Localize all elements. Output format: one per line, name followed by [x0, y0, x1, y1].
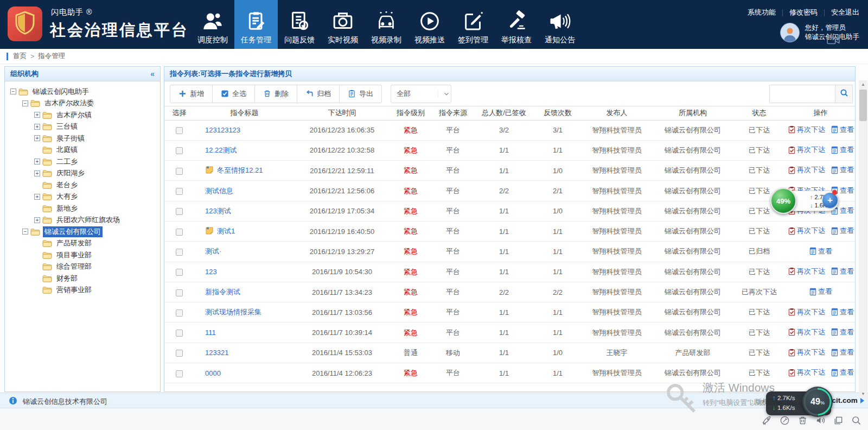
tree-node[interactable]: 营销事业部 — [5, 284, 160, 296]
tree-node[interactable]: 财务部 — [5, 273, 160, 284]
speed-ball[interactable]: 49% — [770, 188, 796, 214]
tree-node[interactable]: − 锦诚云创有限公司 — [5, 226, 160, 238]
nav-item-notice-announcement[interactable]: 通知公告 — [538, 0, 582, 49]
redeliver-action[interactable]: 再次下达 — [788, 125, 825, 135]
tree-node-label[interactable]: 财务部 — [55, 273, 79, 284]
tree-expander-plus-icon[interactable]: + — [34, 124, 40, 130]
instruction-title-link[interactable]: 测试信息 — [205, 187, 233, 195]
tree-node[interactable]: − 吉木萨尔政法委 — [5, 98, 160, 110]
tree-node-label[interactable]: 新地乡 — [55, 203, 79, 214]
nav-item-live-video[interactable]: 实时视频 — [321, 0, 365, 49]
nav-item-task-management[interactable]: 任务管理 — [234, 0, 278, 49]
view-action[interactable]: 查看 — [831, 347, 854, 357]
row-checkbox[interactable] — [176, 127, 183, 134]
row-checkbox[interactable] — [176, 289, 183, 296]
instruction-title-link[interactable]: 测试现场情报采集 — [205, 308, 261, 316]
add-button[interactable]: 新增 — [170, 85, 213, 103]
nav-item-checkin-management[interactable]: 签到管理 — [451, 0, 495, 49]
tree-expander-plus-icon[interactable]: + — [34, 112, 40, 118]
window-restore-icon[interactable] — [833, 415, 844, 426]
row-checkbox[interactable] — [176, 350, 183, 357]
magnifier-icon[interactable] — [851, 415, 861, 426]
avatar[interactable] — [780, 23, 800, 42]
collapse-sidebar-icon[interactable]: « — [150, 69, 155, 78]
tree-node[interactable]: + 庆阳湖乡 — [5, 168, 160, 180]
tree-expander-minus-icon[interactable]: − — [22, 100, 28, 106]
export-button[interactable]: 导出 — [339, 85, 382, 103]
ad-filter-icon[interactable] — [780, 415, 790, 426]
instruction-title-link[interactable]: 123123123 — [205, 126, 240, 134]
scrollbar-thumb[interactable] — [859, 90, 867, 121]
tree-node[interactable]: + 二工乡 — [5, 156, 160, 168]
tree-node-label[interactable]: 项目事业部 — [55, 250, 93, 261]
tree-node-label[interactable]: 锦诚云创闪电助手 — [31, 86, 91, 97]
tree-expander-plus-icon[interactable]: + — [34, 194, 40, 200]
tree-node[interactable]: 新地乡 — [5, 203, 160, 214]
nav-item-report-verification[interactable]: 举报核查 — [495, 0, 538, 49]
tree-node-label[interactable]: 老台乡 — [55, 180, 79, 191]
header-link-safe-logout[interactable]: 安全退出 — [831, 8, 859, 17]
instruction-title-link[interactable]: 测试1 — [217, 227, 235, 235]
instruction-title-link[interactable]: 123321 — [205, 349, 228, 357]
redeliver-action[interactable]: 再次下达 — [788, 226, 825, 236]
archive-button[interactable]: 归档 — [297, 85, 340, 103]
redeliver-action[interactable]: 再次下达 — [788, 145, 825, 155]
scroll-down-arrow[interactable]: ▼ — [859, 390, 867, 398]
row-checkbox[interactable] — [176, 309, 183, 317]
tree-node-label[interactable]: 产品研发部 — [55, 238, 93, 249]
view-action[interactable]: 查看 — [831, 327, 854, 337]
tree-node-label[interactable]: 营销事业部 — [55, 284, 93, 295]
instruction-title-link[interactable]: 冬至情报12.21 — [217, 166, 263, 174]
vertical-scrollbar[interactable]: ▲ ▼ — [859, 80, 867, 398]
tree-node-label[interactable]: 吉木萨尔镇 — [55, 110, 93, 121]
tree-node[interactable]: + 三台镇 — [5, 121, 160, 133]
select-all-button[interactable]: 全选 — [212, 85, 255, 103]
rocket-icon[interactable] — [762, 415, 772, 426]
nav-item-video-push[interactable]: 视频推送 — [408, 0, 451, 49]
tree-node[interactable]: + 吉木萨尔镇 — [5, 109, 160, 121]
tree-expander-minus-icon[interactable]: − — [22, 229, 28, 235]
view-action[interactable]: 查看 — [831, 307, 854, 317]
row-checkbox[interactable] — [176, 208, 183, 215]
row-checkbox[interactable] — [176, 330, 183, 337]
view-action[interactable]: 查看 — [809, 246, 832, 256]
memory-usage-ball[interactable]: 49% — [802, 387, 833, 417]
tree-node[interactable]: 老台乡 — [5, 179, 160, 191]
tree-node-label[interactable]: 庆阳湖乡 — [55, 168, 86, 179]
redeliver-action[interactable]: 再次下达 — [788, 368, 825, 377]
instruction-title-link[interactable]: 0000 — [205, 369, 221, 377]
header-link-system-functions[interactable]: 系统功能 — [748, 8, 776, 17]
tree-expander-minus-icon[interactable]: − — [10, 88, 16, 94]
tree-node-label[interactable]: 三台镇 — [55, 121, 79, 132]
search-input[interactable] — [769, 85, 835, 103]
instruction-title-link[interactable]: 12.22测试 — [205, 146, 237, 154]
tree-node[interactable]: + 兵团农六师红旗农场 — [5, 214, 160, 226]
header-link-change-password[interactable]: 修改密码 — [789, 8, 818, 17]
tree-node[interactable]: 北庭镇 — [5, 144, 160, 156]
tree-node-label[interactable]: 锦诚云创有限公司 — [43, 226, 103, 237]
nav-item-video-recording[interactable]: 视频录制 — [365, 0, 408, 49]
breadcrumb-home[interactable]: 首页 — [13, 52, 27, 61]
redeliver-action[interactable]: 再次下达 — [788, 165, 825, 175]
tree-node-label[interactable]: 大有乡 — [55, 191, 79, 202]
instruction-title-link[interactable]: 测试· — [205, 247, 221, 255]
footer-arrow-icon[interactable] — [860, 398, 864, 403]
tree-node-label[interactable]: 吉木萨尔政法委 — [43, 98, 95, 109]
view-action[interactable]: 查看 — [831, 165, 854, 175]
row-checkbox[interactable] — [176, 147, 183, 154]
instruction-title-link[interactable]: 111 — [205, 328, 216, 337]
tree-node[interactable]: + 泉子街镇 — [5, 132, 160, 144]
instruction-title-link[interactable]: 新指令测试 — [205, 288, 240, 296]
view-action[interactable]: 查看 — [809, 287, 832, 296]
nav-item-issue-feedback[interactable]: 问题反馈 — [278, 0, 321, 49]
instruction-title-link[interactable]: 123测试 — [205, 207, 231, 215]
redeliver-action[interactable]: 再次下达 — [788, 307, 825, 317]
nav-item-dispatch-control[interactable]: 调度控制 — [191, 0, 234, 49]
tree-node-label[interactable]: 综合管理部 — [55, 261, 93, 272]
view-action[interactable]: 查看 — [831, 145, 854, 155]
tree-node-label[interactable]: 北庭镇 — [55, 144, 79, 155]
search-button[interactable] — [835, 85, 853, 103]
tree-node[interactable]: + 大有乡 — [5, 191, 160, 203]
tree-node[interactable]: 综合管理部 — [5, 261, 160, 273]
redeliver-action[interactable]: 再次下达 — [788, 347, 825, 357]
